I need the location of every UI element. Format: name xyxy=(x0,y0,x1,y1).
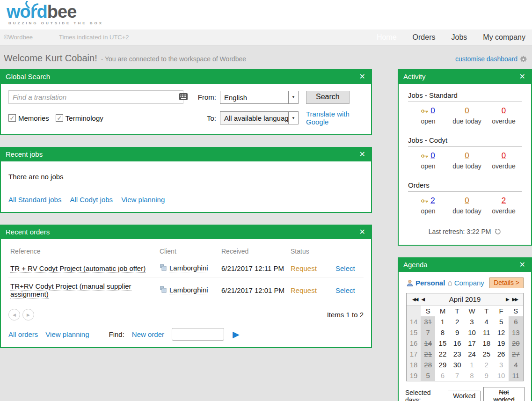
memories-checkbox[interactable]: ✓ Memories xyxy=(8,114,49,122)
all-codyt-jobs-link[interactable]: All Codyt jobs xyxy=(70,196,113,204)
not-worked-button[interactable]: Not worked xyxy=(483,387,525,401)
translation-search-input[interactable] xyxy=(8,90,183,104)
due-today-count-link[interactable]: 0 xyxy=(465,106,469,115)
view-planning-link[interactable]: View planning xyxy=(45,330,89,338)
calendar-day[interactable]: 2 xyxy=(479,359,494,370)
calendar-day[interactable]: 1 xyxy=(435,316,450,327)
calendar-day[interactable]: 24 xyxy=(465,349,479,359)
terminology-checkbox[interactable]: ✓ Terminology xyxy=(56,114,103,122)
close-icon[interactable]: ✕ xyxy=(359,73,365,80)
checkbox-check-icon[interactable]: ✓ xyxy=(56,114,63,122)
due-today-count-link[interactable]: 0 xyxy=(465,151,469,160)
calendar-day[interactable]: 21 xyxy=(421,349,435,359)
calendar-day[interactable]: 31 xyxy=(421,316,435,327)
nav-item-home[interactable]: Home xyxy=(377,33,397,42)
calendar-day[interactable]: 13 xyxy=(509,327,523,338)
pager-prev-button[interactable]: ◀ xyxy=(8,309,20,321)
due-today-count-link[interactable]: 0 xyxy=(465,196,469,205)
calendar-day[interactable]: 26 xyxy=(494,349,508,359)
calendar-day[interactable]: 29 xyxy=(435,359,450,370)
search-button[interactable]: Search xyxy=(306,91,350,104)
open-count-link[interactable]: 2 xyxy=(430,196,435,205)
tab-personal[interactable]: Personal xyxy=(406,279,445,287)
calendar-day[interactable]: 8 xyxy=(465,370,479,381)
calendar-day[interactable]: 5 xyxy=(421,370,435,381)
calendar-day[interactable]: 10 xyxy=(494,370,508,381)
calendar-day[interactable]: 28 xyxy=(421,359,435,370)
calendar-day[interactable]: 4 xyxy=(509,359,523,370)
calendar-day[interactable]: 4 xyxy=(479,316,494,327)
calendar-day[interactable]: 8 xyxy=(435,327,450,338)
calendar-day[interactable]: 9 xyxy=(479,370,494,381)
close-icon[interactable]: ✕ xyxy=(359,228,365,236)
overdue-count-link[interactable]: 0 xyxy=(502,106,506,115)
close-icon[interactable]: ✕ xyxy=(359,151,365,158)
find-go-icon[interactable]: ▶ xyxy=(233,330,240,339)
nav-item-orders[interactable]: Orders xyxy=(413,33,436,42)
calendar-day[interactable]: 9 xyxy=(450,327,465,338)
calendar-day[interactable]: 27 xyxy=(509,349,523,359)
checkbox-check-icon[interactable]: ✓ xyxy=(8,114,16,122)
overdue-count-link[interactable]: 2 xyxy=(502,196,506,205)
calendar-day[interactable]: 6 xyxy=(435,370,450,381)
calendar-prev-year-icon[interactable]: ◀◀ xyxy=(410,297,419,302)
calendar-day[interactable]: 7 xyxy=(421,327,435,338)
order-reference-link[interactable]: TR+RV Codyt Project (manual supplier ass… xyxy=(10,282,131,299)
view-planning-link[interactable]: View planning xyxy=(121,196,165,204)
calendar-day[interactable]: 11 xyxy=(479,327,494,338)
overdue-count-link[interactable]: 0 xyxy=(502,151,506,160)
calendar-day[interactable]: 15 xyxy=(435,338,450,349)
refresh-icon[interactable] xyxy=(495,228,501,235)
calendar-day[interactable]: 2 xyxy=(450,316,465,327)
from-language-select[interactable]: English ▼ xyxy=(220,91,299,104)
calendar-month-title[interactable]: April 2019 xyxy=(426,295,504,303)
select-order-link[interactable]: Select xyxy=(335,264,355,272)
calendar-day[interactable]: 17 xyxy=(465,338,479,349)
calendar-day[interactable]: 1 xyxy=(465,359,479,370)
calendar-day[interactable]: 25 xyxy=(479,349,494,359)
calendar-day[interactable]: 20 xyxy=(509,338,523,349)
find-input[interactable] xyxy=(172,328,224,341)
calendar-day[interactable]: 22 xyxy=(435,349,450,359)
calendar-day[interactable]: 10 xyxy=(465,327,479,338)
wordbee-logo[interactable]: wordbee BUZZING OUTSIDE THE BOX xyxy=(7,3,103,25)
client-name-link[interactable]: Lamborghini xyxy=(169,286,208,294)
calendar-prev-month-icon[interactable]: ◀ xyxy=(419,297,426,302)
calendar-day[interactable]: 11 xyxy=(509,370,523,381)
calendar-day[interactable]: 30 xyxy=(450,359,465,370)
calendar-day[interactable]: 6 xyxy=(509,316,523,327)
new-order-link[interactable]: New order xyxy=(132,330,164,338)
open-count-link[interactable]: 0 xyxy=(430,106,435,115)
calendar-day[interactable]: 23 xyxy=(450,349,465,359)
close-icon[interactable]: ✕ xyxy=(519,73,525,80)
details-button[interactable]: Details > xyxy=(489,277,524,288)
gear-icon[interactable] xyxy=(519,55,527,63)
nav-item-my-company[interactable]: My company xyxy=(483,33,525,42)
to-language-select[interactable]: All available languages ▼ xyxy=(220,111,299,124)
customise-dashboard-link[interactable]: customise dashboard xyxy=(455,55,517,63)
tab-company[interactable]: ⌂ Company xyxy=(447,279,484,287)
pager-next-button[interactable]: ▶ xyxy=(22,309,34,321)
translate-with-google-link[interactable]: Translate with Google xyxy=(306,110,350,126)
chevron-down-icon[interactable]: ▼ xyxy=(288,91,298,103)
close-icon[interactable]: ✕ xyxy=(519,261,525,269)
calendar-day[interactable]: 18 xyxy=(479,338,494,349)
all-orders-link[interactable]: All orders xyxy=(8,330,38,338)
calendar-day[interactable]: 7 xyxy=(450,370,465,381)
calendar-day[interactable]: 14 xyxy=(421,338,435,349)
nav-item-jobs[interactable]: Jobs xyxy=(452,33,467,42)
client-name-link[interactable]: Lamborghini xyxy=(169,264,208,272)
order-reference-link[interactable]: TR + RV Codyt Project (automatic job off… xyxy=(10,264,146,273)
calendar-next-month-icon[interactable]: ▶ xyxy=(504,297,510,302)
calendar-day[interactable]: 16 xyxy=(450,338,465,349)
calendar-day[interactable]: 3 xyxy=(465,316,479,327)
calendar-next-year-icon[interactable]: ▶▶ xyxy=(510,297,519,302)
calendar-day[interactable]: 19 xyxy=(494,338,508,349)
all-standard-jobs-link[interactable]: All Standard jobs xyxy=(8,196,61,204)
chevron-down-icon[interactable]: ▼ xyxy=(288,112,298,124)
calendar-day[interactable]: 3 xyxy=(494,359,508,370)
calendar-day[interactable]: 12 xyxy=(494,327,508,338)
calendar-day[interactable]: 5 xyxy=(494,316,508,327)
keyboard-icon[interactable] xyxy=(179,93,188,102)
select-order-link[interactable]: Select xyxy=(335,286,355,294)
